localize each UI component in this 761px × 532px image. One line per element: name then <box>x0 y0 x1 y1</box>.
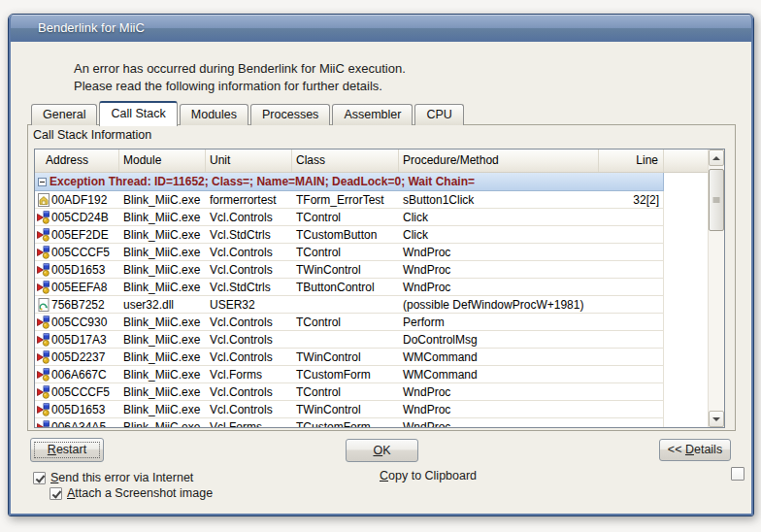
table-row[interactable]: 005D1653 Blink_MiiC.exe Vcl.Controls TWi… <box>35 261 664 279</box>
table-row[interactable]: 005EF2DE Blink_MiiC.exe Vcl.StdCtrls TCu… <box>35 226 664 244</box>
cell-procedure: sButton1Click <box>399 193 599 207</box>
cell-address: 005CCCF5 <box>51 246 110 259</box>
cell-module: Blink_MiiC.exe <box>119 263 206 277</box>
tab-processes[interactable]: Processes <box>250 104 330 125</box>
cell-module: Blink_MiiC.exe <box>119 281 206 294</box>
cell-module: Blink_MiiC.exe <box>119 333 206 347</box>
restart-button[interactable]: Restart <box>30 438 104 462</box>
cell-address: 005EEFA8 <box>51 281 107 294</box>
attach-screenshot-label[interactable]: Attach a Screenshot image <box>67 486 213 500</box>
cell-class: TForm_ErrorTest <box>292 193 399 207</box>
titlebar[interactable]: Benderlink for MiiC <box>9 15 753 42</box>
table-row[interactable]: 005CC930 Blink_MiiC.exe Vcl.Controls TCo… <box>35 314 664 331</box>
cell-procedure: WndProc <box>399 403 599 416</box>
table-row[interactable]: 005EEFA8 Blink_MiiC.exe Vcl.StdCtrls TBu… <box>35 279 664 296</box>
tab-modules[interactable]: Modules <box>180 104 248 125</box>
cell-class: TControl <box>292 316 399 329</box>
table-row[interactable]: 005D1653 Blink_MiiC.exe Vcl.Controls TWi… <box>35 401 664 418</box>
cell-procedure: WndProc <box>399 263 599 277</box>
cell-unit: Vcl.Controls <box>206 403 292 416</box>
cell-procedure: WndProc <box>399 281 599 294</box>
method-icon <box>37 420 50 428</box>
table-row[interactable]: 00ADF192 Blink_MiiC.exe formerrortest TF… <box>35 191 664 209</box>
cell-class: TWinControl <box>292 263 399 277</box>
cell-unit: Vcl.Controls <box>206 211 292 224</box>
column-header-line[interactable]: Line <box>599 150 664 172</box>
cell-procedure: WMCommand <box>399 368 599 382</box>
table-row[interactable]: 006A34A5 Blink_MiiC.exe Vcl.Forms TCusto… <box>35 418 664 427</box>
table-row[interactable]: 756B7252 user32.dll USER32 (possible Def… <box>35 296 664 314</box>
ok-button[interactable]: OK <box>346 439 418 462</box>
cell-module: user32.dll <box>119 298 206 312</box>
dll-icon <box>37 298 50 312</box>
cell-address: 005D2237 <box>51 350 105 364</box>
method-icon <box>37 281 50 294</box>
cell-module: Blink_MiiC.exe <box>119 420 206 428</box>
table-row[interactable]: 005CCCF5 Blink_MiiC.exe Vcl.Controls TCo… <box>35 244 664 261</box>
scroll-down-button[interactable] <box>709 411 724 427</box>
column-header-address[interactable]: Address <box>35 150 119 172</box>
tab-general[interactable]: General <box>31 104 97 125</box>
details-button[interactable]: << Details <box>659 439 731 461</box>
cell-module: Blink_MiiC.exe <box>119 368 206 382</box>
tab-cpu[interactable]: CPU <box>414 104 463 125</box>
table-row[interactable]: 005CCCF5 Blink_MiiC.exe Vcl.Controls TCo… <box>35 383 664 401</box>
cell-address: 005D1653 <box>51 263 105 277</box>
cell-address: 005EF2DE <box>51 228 109 242</box>
method-icon <box>37 350 50 364</box>
cell-unit: Vcl.Forms <box>206 420 292 428</box>
cell-procedure: WndProc <box>399 420 599 428</box>
tab-bar: General Call Stack Modules Processes Ass… <box>31 100 466 125</box>
method-icon <box>37 333 50 347</box>
table-row[interactable]: 005D2237 Blink_MiiC.exe Vcl.Controls TWi… <box>35 349 664 366</box>
cell-class: TControl <box>292 211 399 224</box>
cell-address: 005CC930 <box>51 316 107 329</box>
send-error-checkbox[interactable] <box>33 472 46 484</box>
table-row[interactable]: 005CD24B Blink_MiiC.exe Vcl.Controls TCo… <box>35 209 664 226</box>
cell-unit: Vcl.Controls <box>206 350 292 364</box>
column-header-class[interactable]: Class <box>292 150 399 172</box>
standalone-checkbox[interactable] <box>731 467 744 481</box>
cell-class: TControl <box>292 385 399 399</box>
scroll-up-button[interactable] <box>709 150 724 166</box>
section-label: Call Stack Information <box>33 128 151 142</box>
cell-unit: Vcl.Forms <box>206 368 292 382</box>
exception-thread-group-row[interactable]: Exception Thread: ID=11652; Class=; Name… <box>35 173 664 191</box>
cell-procedure: WndProc <box>399 246 599 259</box>
method-icon <box>37 316 50 329</box>
cell-procedure: Perform <box>399 316 599 329</box>
attach-screenshot-checkbox[interactable] <box>50 487 62 500</box>
cell-unit: Vcl.Controls <box>206 246 292 259</box>
method-icon <box>37 403 50 416</box>
cell-module: Blink_MiiC.exe <box>119 211 206 224</box>
send-error-label[interactable]: Send this error via Internet <box>50 471 193 484</box>
cell-address: 756B7252 <box>51 298 105 312</box>
column-header-procedure[interactable]: Procedure/Method <box>399 150 599 172</box>
column-header-unit[interactable]: Unit <box>206 150 292 172</box>
window-title: Benderlink for MiiC <box>38 20 145 35</box>
cell-address: 005CD24B <box>51 211 109 224</box>
cell-class: TCustomButton <box>292 228 399 242</box>
error-message: An error has occurred during Benderlink … <box>74 60 406 94</box>
up-arrow-icon <box>712 156 720 160</box>
table-row[interactable]: 006A667C Blink_MiiC.exe Vcl.Forms TCusto… <box>35 366 664 383</box>
collapse-minus-icon[interactable] <box>38 178 47 186</box>
column-header-module[interactable]: Module <box>119 150 206 172</box>
tab-assembler[interactable]: Assembler <box>332 104 413 125</box>
group-row-text: Exception Thread: ID=11652; Class=; Name… <box>50 175 475 188</box>
column-header-filler <box>664 150 708 172</box>
table-row[interactable]: 005D17A3 Blink_MiiC.exe Vcl.Controls DoC… <box>35 331 664 349</box>
scrollbar-thumb[interactable] <box>709 169 724 231</box>
down-arrow-icon <box>712 417 720 421</box>
cell-module: Blink_MiiC.exe <box>119 385 206 399</box>
cell-unit: Vcl.Controls <box>206 316 292 329</box>
cell-procedure: Click <box>399 228 599 242</box>
vertical-scrollbar[interactable] <box>708 150 724 427</box>
method-icon <box>37 263 50 277</box>
tab-call-stack[interactable]: Call Stack <box>99 101 177 126</box>
cell-line: 32[2] <box>599 193 664 207</box>
copy-to-clipboard-label[interactable]: Copy to Clipboard <box>380 469 477 482</box>
cell-module: Blink_MiiC.exe <box>119 193 206 207</box>
table-body: Exception Thread: ID=11652; Class=; Name… <box>35 173 708 427</box>
cell-class: TWinControl <box>292 403 399 416</box>
